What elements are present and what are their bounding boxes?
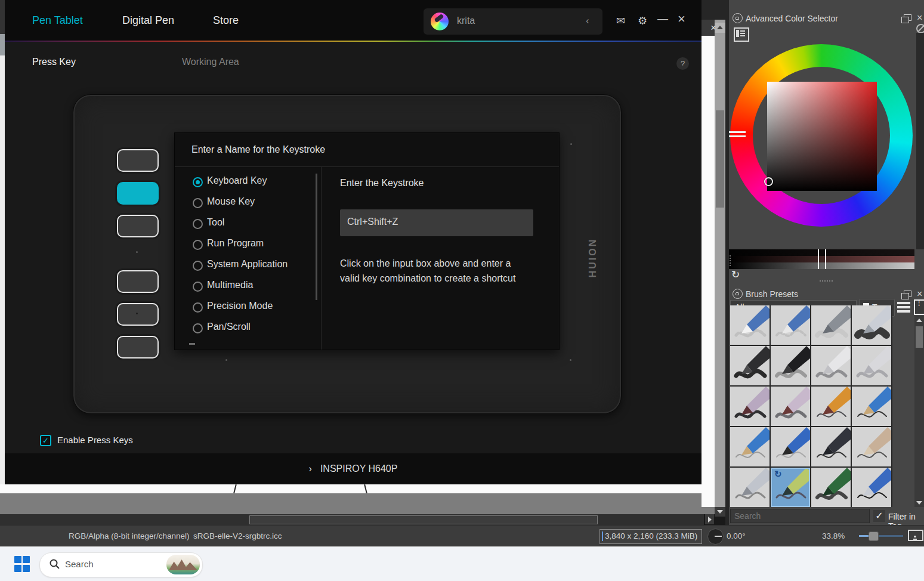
radio-icon[interactable] bbox=[193, 323, 203, 333]
close-button[interactable]: × bbox=[678, 14, 685, 24]
brush-preset-tile[interactable] bbox=[730, 468, 770, 507]
tab-store[interactable]: Store bbox=[213, 14, 239, 27]
filter-in-tag-checkbox[interactable]: ✓ bbox=[873, 510, 885, 522]
keystroke-input[interactable]: Ctrl+Shift+Z bbox=[340, 209, 533, 236]
press-key-3[interactable] bbox=[117, 215, 159, 237]
hamburger-menu-icon[interactable] bbox=[897, 302, 910, 304]
press-key-2-selected[interactable] bbox=[117, 182, 159, 205]
brush-preset-tile[interactable] bbox=[730, 305, 770, 345]
strip-handle[interactable] bbox=[818, 256, 826, 262]
chevron-left-icon[interactable]: ‹ bbox=[586, 15, 589, 27]
image-size-value: 3,840 x 2,160 (233.3 MiB) bbox=[605, 531, 697, 540]
radio-icon[interactable] bbox=[193, 219, 203, 229]
fit-to-screen-icon[interactable] bbox=[908, 530, 923, 541]
canvas-surround bbox=[0, 493, 725, 514]
profile-name: krita bbox=[457, 16, 475, 26]
radio-selected-icon[interactable] bbox=[193, 177, 203, 187]
image-size-field[interactable]: 3,840 x 2,160 (233.3 MiB) bbox=[599, 529, 702, 544]
tab-pen-tablet[interactable]: Pen Tablet bbox=[32, 14, 83, 27]
scrollbar-up-arrow[interactable] bbox=[914, 316, 924, 325]
canvas-horizontal-scrollbar[interactable] bbox=[0, 514, 704, 525]
brush-preset-tile[interactable] bbox=[730, 427, 770, 466]
brush-preset-tile[interactable] bbox=[811, 387, 851, 426]
display-mode-icon[interactable] bbox=[914, 299, 924, 315]
brush-preset-tile[interactable] bbox=[811, 346, 851, 385]
lock-icon[interactable] bbox=[733, 289, 743, 299]
scrollbar-right-arrow[interactable] bbox=[705, 514, 714, 524]
brush-preset-tile[interactable] bbox=[852, 427, 891, 466]
tablet-dot bbox=[136, 251, 138, 253]
radio-icon[interactable] bbox=[193, 282, 203, 292]
rotation-dial-icon[interactable] bbox=[707, 529, 724, 545]
float-docker-icon[interactable] bbox=[904, 290, 911, 297]
brush-preset-tile[interactable] bbox=[852, 387, 891, 426]
radio-icon[interactable] bbox=[193, 302, 203, 313]
strip-handle[interactable] bbox=[818, 262, 826, 269]
scrollbar-down-arrow[interactable] bbox=[715, 507, 725, 517]
press-key-6[interactable] bbox=[117, 336, 159, 359]
brush-preset-tile[interactable] bbox=[852, 468, 891, 507]
zoom-slider-handle[interactable] bbox=[869, 531, 879, 541]
start-button[interactable] bbox=[14, 556, 30, 572]
krita-profile-icon bbox=[431, 13, 449, 30]
keystroke-dialog: Enter a Name for the Keystroke Keyboard … bbox=[174, 132, 560, 350]
search-highlight-image[interactable] bbox=[166, 555, 200, 574]
radio-icon[interactable] bbox=[193, 198, 203, 208]
tab-digital-pen[interactable]: Digital Pen bbox=[122, 14, 174, 27]
scrollbar-thumb[interactable] bbox=[249, 515, 598, 524]
brush-preset-tile[interactable] bbox=[771, 427, 810, 466]
color-selector-settings-icon[interactable] bbox=[734, 27, 749, 42]
subnav-press-key[interactable]: Press Key bbox=[32, 57, 76, 67]
brush-preset-tile[interactable] bbox=[852, 346, 891, 385]
background-window-sliver-block bbox=[0, 34, 5, 55]
press-key-1[interactable] bbox=[117, 149, 159, 172]
gear-icon[interactable]: ⚙ bbox=[638, 16, 647, 26]
brush-preset-tile[interactable] bbox=[811, 305, 851, 345]
radio-icon[interactable] bbox=[193, 240, 203, 250]
taskbar-search[interactable]: Search bbox=[39, 552, 203, 577]
dialog-list-scrollbar[interactable] bbox=[316, 174, 317, 300]
brush-search-input[interactable] bbox=[730, 509, 870, 523]
brush-preset-tile[interactable] bbox=[771, 387, 810, 426]
brush-preset-tile[interactable] bbox=[811, 427, 851, 466]
scrollbar-down-arrow[interactable] bbox=[914, 499, 924, 507]
tablet-dot bbox=[136, 313, 138, 314]
keystroke-heading: Enter the Keystroke bbox=[340, 178, 424, 188]
mail-icon[interactable]: ✉ bbox=[616, 16, 625, 26]
close-docker-icon[interactable]: × bbox=[917, 14, 922, 22]
hue-marker bbox=[729, 131, 746, 133]
brush-preset-tile[interactable] bbox=[730, 387, 770, 426]
brush-preset-tile-selected[interactable]: ↻ bbox=[771, 468, 810, 507]
press-key-5[interactable] bbox=[117, 303, 159, 326]
zoom-slider[interactable] bbox=[859, 535, 903, 537]
brush-preset-grid: ↻ bbox=[730, 305, 892, 507]
press-key-4[interactable] bbox=[117, 270, 159, 293]
rainbow-divider bbox=[5, 41, 702, 42]
strip-handle[interactable] bbox=[818, 249, 826, 256]
collapsed-panel-strip bbox=[916, 33, 924, 249]
float-docker-icon[interactable] bbox=[904, 14, 911, 21]
subnav-working-area[interactable]: Working Area bbox=[182, 57, 239, 67]
brush-preset-tile[interactable] bbox=[852, 305, 891, 345]
refresh-icon[interactable]: ↻ bbox=[731, 268, 740, 281]
brush-preset-tile[interactable] bbox=[730, 346, 770, 385]
saturation-value-square[interactable] bbox=[767, 82, 877, 191]
scrollbar-thumb[interactable] bbox=[916, 326, 923, 348]
close-docker-icon[interactable]: × bbox=[917, 290, 922, 298]
splitter-handle[interactable] bbox=[730, 255, 731, 256]
scrollbar-thumb[interactable] bbox=[716, 110, 724, 208]
scrollbar-up-arrow[interactable] bbox=[715, 23, 725, 33]
canvas-vertical-scrollbar[interactable] bbox=[715, 20, 725, 507]
brush-preset-tile[interactable] bbox=[811, 468, 851, 507]
brush-preset-tile[interactable] bbox=[771, 346, 810, 385]
brush-preset-tile[interactable] bbox=[771, 305, 810, 345]
app-profile-selector[interactable]: krita ‹ bbox=[424, 8, 602, 35]
enable-press-keys-checkbox[interactable]: ✓ bbox=[40, 435, 51, 446]
help-button[interactable]: ? bbox=[676, 57, 689, 70]
partially-visible-option bbox=[189, 343, 195, 345]
radio-icon[interactable] bbox=[193, 261, 203, 271]
lock-icon[interactable] bbox=[733, 13, 743, 23]
minimize-button[interactable]: — bbox=[657, 13, 668, 24]
device-bar[interactable]: ›INSPIROY H640P bbox=[5, 453, 702, 484]
splitter-handle[interactable] bbox=[820, 280, 821, 282]
